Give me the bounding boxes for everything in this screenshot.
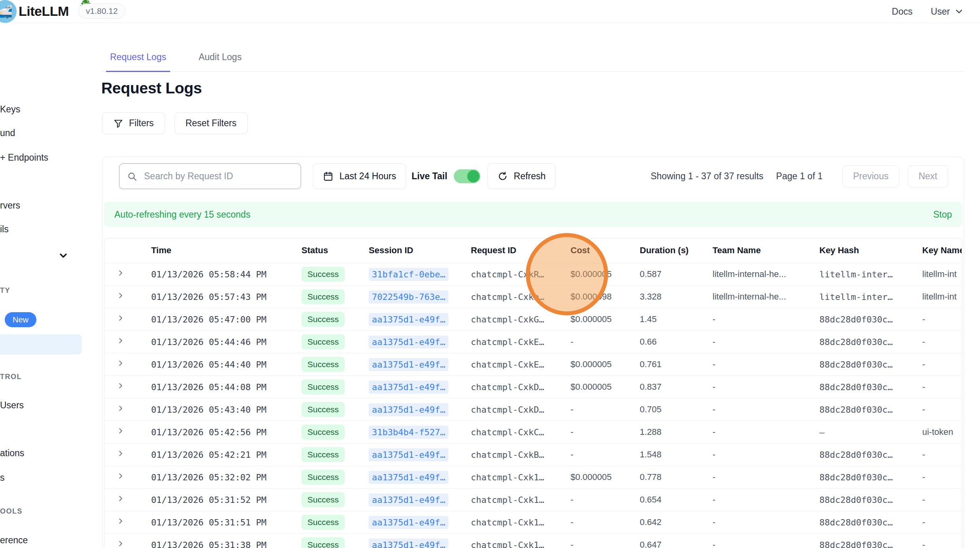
session-id-link[interactable]: aa1375d1-e49f… (369, 381, 448, 394)
sidebar-item-s[interactable]: s (0, 472, 5, 483)
refresh-button[interactable]: Refresh (487, 163, 556, 189)
funnel-icon (113, 118, 123, 129)
cell-duration: 0.705 (628, 404, 701, 415)
cell-key-name: - (910, 540, 962, 548)
table-row: 01/13/2026 05:43:40 PM Success aa1375d1-… (104, 398, 962, 421)
row-expand-chevron-icon[interactable] (116, 269, 125, 277)
row-expand-chevron-icon[interactable] (116, 449, 125, 458)
next-button[interactable]: Next (908, 165, 948, 188)
cell-cost: - (559, 404, 628, 415)
sidebar-item-ations[interactable]: ations (0, 448, 24, 459)
sidebar-item-ils[interactable]: ils (0, 224, 9, 235)
stop-auto-refresh-link[interactable]: Stop (933, 209, 952, 220)
live-tail-toggle[interactable] (454, 169, 480, 183)
cell-key-name: - (910, 472, 962, 482)
reset-filters-button[interactable]: Reset Filters (174, 112, 248, 134)
sidebar-item-users[interactable]: Users (0, 400, 24, 411)
session-id-link[interactable]: aa1375d1-e49f… (369, 313, 448, 326)
table-row: 01/13/2026 05:42:21 PM Success aa1375d1-… (104, 443, 962, 466)
session-id-link[interactable]: aa1375d1-e49f… (369, 403, 448, 416)
cell-time: 01/13/2026 05:47:00 PM (139, 315, 290, 324)
table-row: 01/13/2026 05:47:00 PM Success aa1375d1-… (104, 308, 962, 330)
session-id-link[interactable]: aa1375d1-e49f… (369, 471, 448, 484)
session-id-link[interactable]: aa1375d1-e49f… (369, 539, 448, 548)
sidebar-item-endpoints[interactable]: + Endpoints (0, 152, 48, 163)
cell-cost: - (559, 337, 628, 347)
time-range-button[interactable]: Last 24 Hours (313, 163, 406, 189)
calendar-icon (323, 171, 334, 182)
previous-button[interactable]: Previous (842, 165, 899, 188)
app-header: 🚅 LiteLLM 🎄 v1.80.12 Docs User (0, 0, 980, 23)
page: 🚅 LiteLLM 🎄 v1.80.12 Docs User Keys und … (0, 0, 980, 548)
cell-time: 01/13/2026 05:44:08 PM (139, 382, 290, 392)
cell-time: 01/13/2026 05:43:40 PM (139, 405, 290, 415)
col-request-id: Request ID (459, 245, 559, 256)
cell-key-name: - (910, 495, 962, 505)
cell-team-name: - (701, 404, 808, 415)
cell-team-name: - (701, 449, 808, 460)
table-row: 01/13/2026 05:57:43 PM Success 7022549b-… (104, 285, 962, 308)
status-badge: Success (301, 537, 345, 548)
row-expand-chevron-icon[interactable] (116, 539, 125, 548)
row-expand-chevron-icon[interactable] (116, 381, 125, 390)
cell-request-id: chatcmpl-Cxk1… (459, 540, 559, 548)
session-id-link[interactable]: aa1375d1-e49f… (369, 516, 448, 529)
row-expand-chevron-icon[interactable] (116, 359, 125, 368)
cell-time: 01/13/2026 05:58:44 PM (139, 269, 290, 279)
docs-link[interactable]: Docs (892, 6, 912, 17)
cell-team-name: - (701, 359, 808, 370)
refresh-icon (497, 171, 508, 182)
cell-cost: - (559, 517, 628, 527)
cell-key-hash: 88dc28d0f030c… (808, 472, 910, 482)
table-row: 01/13/2026 05:58:44 PM Success 31bfa1cf-… (104, 263, 962, 285)
cell-request-id: chatcmpl-Cxk1… (459, 518, 559, 527)
sidebar-collapse-chevron-icon[interactable] (58, 250, 69, 263)
status-badge: Success (301, 492, 345, 507)
user-menu-label: User (931, 6, 950, 17)
cell-time: 01/13/2026 05:31:51 PM (139, 518, 290, 527)
search-input[interactable] (119, 163, 301, 189)
logo[interactable]: 🚅 (0, 0, 17, 23)
row-expand-chevron-icon[interactable] (116, 314, 125, 322)
sidebar-item-und[interactable]: und (0, 128, 15, 138)
tab-request-logs[interactable]: Request Logs (106, 52, 170, 72)
user-menu[interactable]: User (931, 6, 964, 17)
col-key-name: Key Name (910, 245, 962, 256)
session-id-link[interactable]: aa1375d1-e49f… (369, 358, 448, 371)
cell-cost: $0.000005 (559, 472, 628, 482)
sidebar-section-ools: OOLS (0, 507, 23, 516)
session-id-link[interactable]: aa1375d1-e49f… (369, 336, 448, 349)
session-id-link[interactable]: aa1375d1-e49f… (369, 493, 448, 506)
row-expand-chevron-icon[interactable] (116, 291, 125, 300)
row-expand-chevron-icon[interactable] (116, 472, 125, 480)
cell-key-name: ui-token (910, 427, 962, 437)
sidebar-item-keys[interactable]: Keys (0, 104, 20, 115)
status-badge: Success (301, 447, 345, 462)
row-expand-chevron-icon[interactable] (116, 336, 125, 345)
filters-row: Filters Reset Filters (102, 112, 248, 134)
cell-duration: 3.328 (628, 292, 701, 302)
row-expand-chevron-icon[interactable] (116, 427, 125, 435)
table-row: 01/13/2026 05:31:52 PM Success aa1375d1-… (104, 488, 962, 511)
filters-button[interactable]: Filters (102, 112, 165, 134)
row-expand-chevron-icon[interactable] (116, 404, 125, 413)
cell-key-name: - (910, 517, 962, 527)
session-id-link[interactable]: 7022549b-763e… (369, 290, 448, 303)
row-expand-chevron-icon[interactable] (116, 517, 125, 525)
sidebar-item-erence[interactable]: erence (0, 535, 28, 546)
sidebar-item-selected[interactable] (0, 334, 82, 355)
cell-request-id: chatcmpl-CxkD… (459, 405, 559, 415)
cell-key-hash: 88dc28d0f030c… (808, 540, 910, 548)
sidebar-item-rvers[interactable]: rvers (0, 200, 20, 211)
tab-audit-logs[interactable]: Audit Logs (195, 52, 246, 72)
row-expand-chevron-icon[interactable] (116, 494, 125, 503)
cell-cost: - (559, 495, 628, 505)
session-id-link[interactable]: 31bfa1cf-0ebe… (369, 268, 448, 281)
cell-time: 01/13/2026 05:42:56 PM (139, 427, 290, 437)
cell-key-hash: 88dc28d0f030c… (808, 450, 910, 460)
status-badge: Success (301, 334, 345, 349)
session-id-link[interactable]: 31b3b4b4-f527… (369, 426, 448, 439)
cell-duration: 1.288 (628, 427, 701, 437)
session-id-link[interactable]: aa1375d1-e49f… (369, 448, 448, 461)
cell-cost: - (559, 449, 628, 460)
